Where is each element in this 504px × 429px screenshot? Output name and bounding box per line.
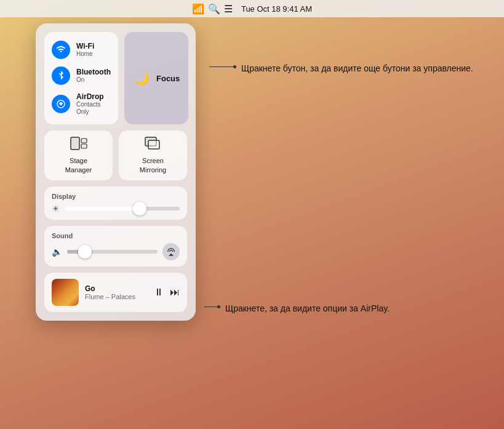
menubar: 📶 🔍 ☰ Tue Oct 18 9:41 AM	[0, 0, 504, 17]
track-artist: Flume – Palaces	[85, 293, 148, 300]
track-title: Go	[85, 284, 148, 293]
search-menubar-icon[interactable]: 🔍	[208, 3, 220, 15]
bluetooth-icon	[52, 66, 70, 85]
svg-point-0	[60, 103, 62, 105]
bottom-callout: Щракнете, за да видите опции за AirPlay.	[204, 302, 390, 315]
wifi-menubar-icon[interactable]: 📶	[192, 3, 204, 15]
focus-tile[interactable]: 🌙 Focus	[124, 32, 188, 124]
svg-rect-3	[81, 144, 87, 148]
network-tile: Wi-Fi Home Bluetooth On	[44, 32, 118, 124]
volume-icon: 🔈	[52, 247, 62, 257]
sound-label: Sound	[52, 232, 180, 239]
focus-moon-icon: 🌙	[133, 70, 150, 87]
control-center-panel: Wi-Fi Home Bluetooth On	[36, 23, 196, 321]
control-center-menubar-icon[interactable]: ☰	[224, 3, 233, 15]
airdrop-label: AirDrop	[76, 92, 111, 101]
volume-slider[interactable]	[67, 250, 158, 254]
brightness-slider[interactable]	[65, 207, 180, 210]
screen-mirroring-tile[interactable]: ScreenMirroring	[119, 130, 187, 180]
wifi-sublabel: Home	[76, 50, 94, 58]
wifi-item[interactable]: Wi-Fi Home	[52, 38, 111, 62]
airdrop-item[interactable]: AirDrop Contacts Only	[52, 89, 111, 118]
menubar-datetime: Tue Oct 18 9:41 AM	[241, 4, 312, 14]
display-label: Display	[52, 193, 180, 200]
svg-rect-5	[148, 140, 159, 149]
svg-rect-1	[71, 137, 79, 150]
wifi-label: Wi-Fi	[76, 42, 94, 50]
wifi-icon	[52, 41, 70, 59]
next-button[interactable]: ⏭	[170, 287, 180, 298]
top-callout: Щракнете бутон, за да видите още бутони …	[209, 62, 473, 75]
airplay-button[interactable]	[162, 243, 180, 260]
pause-button[interactable]: ⏸	[154, 287, 164, 298]
top-callout-text: Щракнете бутон, за да видите още бутони …	[241, 62, 473, 75]
bottom-callout-text: Щракнете, за да видите опции за AirPlay.	[225, 302, 390, 315]
bluetooth-sublabel: On	[76, 76, 111, 84]
top-tiles: Wi-Fi Home Bluetooth On	[44, 32, 187, 124]
sound-section: Sound 🔈	[44, 226, 187, 267]
svg-rect-2	[81, 138, 87, 143]
bluetooth-label: Bluetooth	[76, 68, 111, 76]
album-art	[52, 279, 79, 306]
screen-mirroring-label: ScreenMirroring	[140, 156, 166, 174]
bottom-tiles: StageManager ScreenMirroring	[44, 130, 187, 180]
airdrop-icon	[52, 95, 70, 113]
now-playing-section: Go Flume – Palaces ⏸ ⏭	[44, 273, 187, 312]
screen-mirroring-icon	[145, 137, 162, 154]
airdrop-sublabel: Contacts Only	[76, 101, 111, 116]
focus-label: Focus	[156, 74, 180, 83]
stage-manager-label: StageManager	[65, 156, 92, 174]
display-section: Display ☀	[44, 186, 187, 220]
stage-manager-icon	[70, 137, 87, 154]
bluetooth-item[interactable]: Bluetooth On	[52, 63, 111, 87]
brightness-low-icon: ☀	[52, 204, 60, 214]
stage-manager-tile[interactable]: StageManager	[44, 130, 113, 180]
